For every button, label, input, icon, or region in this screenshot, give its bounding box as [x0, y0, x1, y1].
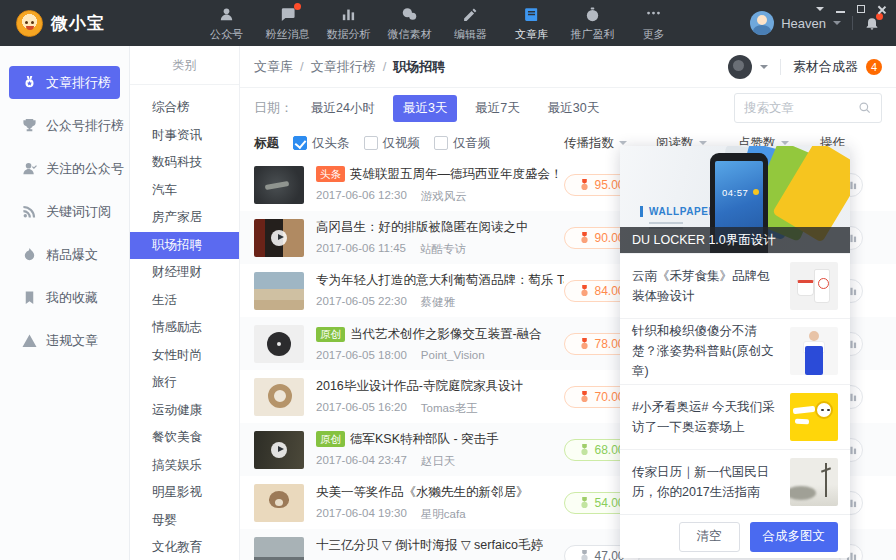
chevron-down-icon[interactable]	[760, 65, 768, 73]
play-icon	[271, 230, 287, 246]
article-date: 2017-06-06 11:45	[316, 242, 406, 257]
article-thumbnail[interactable]	[254, 378, 304, 416]
checkbox-icon[interactable]	[434, 136, 448, 150]
app-logo: 微小宝	[0, 10, 160, 37]
category-item[interactable]: 文化教育	[130, 534, 239, 560]
user-icon	[218, 6, 235, 23]
sidebar-item-premium-articles[interactable]: 精品爆文	[9, 238, 120, 271]
chevron-down-icon[interactable]	[833, 21, 841, 29]
article-thumbnail[interactable]	[254, 166, 304, 204]
user-name[interactable]: Heaven	[781, 16, 826, 31]
minimize-icon[interactable]	[836, 11, 845, 13]
maximize-icon[interactable]	[857, 5, 865, 13]
article-date: 2017-06-06 12:30	[316, 189, 407, 204]
article-date: 2017-06-04 23:47	[316, 454, 407, 469]
category-item[interactable]: 女性时尚	[130, 342, 239, 370]
search-input[interactable]	[744, 101, 852, 115]
category-item[interactable]: 母婴	[130, 507, 239, 535]
sidebar-item-followed-accounts[interactable]: 关注的公众号	[9, 152, 120, 185]
filter-bar: 日期： 最近24小时 最近3天 最近7天 最近30天	[240, 88, 896, 128]
article-thumbnail[interactable]	[254, 272, 304, 310]
user-avatar[interactable]	[750, 11, 774, 35]
sidebar-item-violation-articles[interactable]: 违规文章	[9, 324, 120, 357]
composer-item-thumbnail	[790, 262, 838, 310]
notifications-button[interactable]	[864, 15, 880, 31]
category-item[interactable]: 搞笑娱乐	[130, 452, 239, 480]
breadcrumb-article-library[interactable]: 文章库	[254, 58, 293, 76]
category-item[interactable]: 财经理财	[130, 259, 239, 287]
nav-item-wechat-materials[interactable]: 微信素材	[379, 4, 440, 42]
compose-multi-article-button[interactable]: 合成多图文	[750, 522, 839, 552]
composer-item[interactable]: 传家日历｜新一代国民日历，你的2017生活指南	[620, 449, 850, 514]
article-author: Tomas老王	[421, 401, 478, 416]
article-title[interactable]: 十三亿分贝 ▽ 倒计时海报 ▽ serfaico毛婷	[316, 537, 543, 554]
date-filter-label: 日期：	[254, 99, 293, 117]
category-item[interactable]: 时事资讯	[130, 122, 239, 150]
date-chip-30d[interactable]: 最近30天	[538, 95, 609, 122]
search-box[interactable]	[734, 93, 882, 123]
date-chip-7d[interactable]: 最近7天	[465, 95, 529, 122]
composer-avatar[interactable]	[728, 55, 752, 79]
nav-item-more[interactable]: 更多	[623, 4, 684, 42]
category-item[interactable]: 运动健康	[130, 397, 239, 425]
article-author: 蔡健雅	[421, 295, 456, 310]
window-menu-icon[interactable]	[816, 7, 824, 15]
nav-item-editor[interactable]: 编辑器	[440, 4, 501, 42]
article-title[interactable]: 专为年轻人打造的意大利葡萄酒品牌：萄乐 Taller	[316, 272, 564, 289]
article-title[interactable]: 当代艺术创作之影像交互装置-融合	[350, 326, 542, 343]
article-thumbnail[interactable]	[254, 431, 304, 469]
category-item-active[interactable]: 职场招聘	[130, 232, 239, 260]
date-chip-3d[interactable]: 最近3天	[393, 95, 457, 122]
checkbox-checked-icon[interactable]	[293, 136, 307, 150]
composer-feature-item[interactable]: WALLPAPER 04:57 DU LOCKER 1.0界面设计	[620, 146, 850, 253]
category-item[interactable]: 旅行	[130, 369, 239, 397]
article-title[interactable]: 高冈昌生：好的排版被隐匿在阅读之中	[316, 219, 529, 236]
date-chip-24h[interactable]: 最近24小时	[301, 95, 385, 122]
article-thumbnail[interactable]	[254, 325, 304, 363]
article-author: 站酷专访	[420, 242, 466, 257]
medal-icon	[579, 338, 590, 350]
search-icon[interactable]	[858, 101, 872, 115]
sidebar-item-article-ranking[interactable]: 文章排行榜	[9, 66, 120, 99]
category-item[interactable]: 情感励志	[130, 314, 239, 342]
category-item[interactable]: 生活	[130, 287, 239, 315]
article-title[interactable]: 英雄联盟五周年—德玛西亚年度盛会！	[350, 166, 563, 183]
article-title[interactable]: 德军KSK特种部队 - 突击手	[350, 431, 499, 448]
sidebar-item-keyword-subscription[interactable]: 关键词订阅	[9, 195, 120, 228]
nav-item-data-analytics[interactable]: 数据分析	[318, 4, 379, 42]
nav-item-official-accounts[interactable]: 公众号	[196, 4, 257, 42]
breadcrumb-article-ranking[interactable]: 文章排行榜	[311, 58, 376, 76]
nav-item-promotion-profit[interactable]: 推广盈利	[562, 4, 623, 42]
article-thumbnail[interactable]	[254, 484, 304, 522]
medal-icon	[579, 444, 590, 456]
article-thumbnail[interactable]	[254, 219, 304, 257]
article-title[interactable]: 央美一等奖作品《水獭先生的新邻居》	[316, 484, 529, 501]
article-thumbnail[interactable]	[254, 537, 304, 560]
sidebar-item-account-ranking[interactable]: 公众号排行榜	[9, 109, 120, 142]
category-item[interactable]: 汽车	[130, 177, 239, 205]
sidebar-item-my-favorites[interactable]: 我的收藏	[9, 281, 120, 314]
composer-item-title: #小矛看奥运# 今天我们采访了一下奥运赛场上	[632, 397, 780, 437]
category-item[interactable]: 房产家居	[130, 204, 239, 232]
composer-item[interactable]: 云南《禾芽食集》品牌包装体验设计	[620, 253, 850, 318]
material-composer-button[interactable]: 素材合成器	[793, 58, 858, 76]
article-title[interactable]: 2016毕业设计作品-寺院庭院家具设计	[316, 378, 523, 395]
chat-icon	[279, 6, 296, 23]
category-item[interactable]: 综合榜	[130, 94, 239, 122]
close-icon[interactable]	[877, 5, 886, 14]
composer-item[interactable]: #小矛看奥运# 今天我们采访了一下奥运赛场上	[620, 384, 850, 449]
audio-only-checkbox[interactable]: 仅音频	[434, 135, 491, 152]
category-item[interactable]: 数码科技	[130, 149, 239, 177]
headline-only-checkbox[interactable]: 仅头条	[293, 135, 350, 152]
warning-icon	[22, 333, 37, 348]
category-item[interactable]: 餐饮美食	[130, 424, 239, 452]
category-item[interactable]: 明星影视	[130, 479, 239, 507]
composer-item-title: 传家日历｜新一代国民日历，你的2017生活指南	[632, 462, 780, 502]
clear-button[interactable]: 清空	[679, 522, 740, 552]
notification-dot	[294, 3, 301, 10]
checkbox-icon[interactable]	[364, 136, 378, 150]
video-only-checkbox[interactable]: 仅视频	[364, 135, 421, 152]
nav-item-article-library[interactable]: 文章库	[501, 4, 562, 42]
nav-item-fan-messages[interactable]: 粉丝消息	[257, 4, 318, 42]
composer-item[interactable]: 针织和梭织傻傻分不清楚？涨姿势科普贴(原创文章)	[620, 318, 850, 383]
